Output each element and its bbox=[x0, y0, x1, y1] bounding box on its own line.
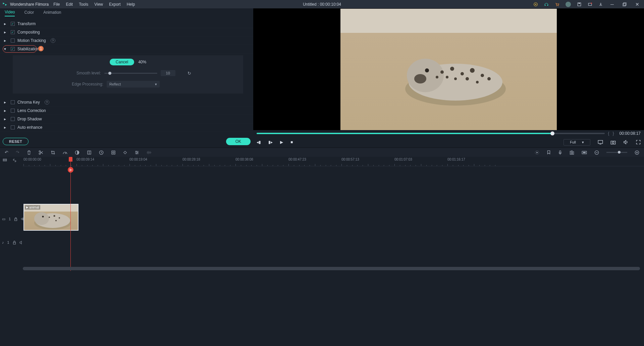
caret-right-icon: ▸ bbox=[4, 31, 7, 34]
playhead-head[interactable] bbox=[69, 157, 72, 162]
mixer-icon[interactable] bbox=[570, 150, 574, 155]
notification-icon[interactable] bbox=[588, 2, 592, 7]
property-lens-correction[interactable]: ▸ Lens Correction bbox=[0, 107, 253, 115]
next-frame-icon[interactable]: ▮▸ bbox=[268, 140, 273, 145]
lock-icon[interactable] bbox=[14, 217, 17, 221]
clock-icon[interactable] bbox=[99, 150, 104, 155]
svg-point-25 bbox=[487, 77, 491, 80]
link-icon[interactable] bbox=[12, 158, 17, 163]
undo-icon[interactable]: ↶ bbox=[5, 150, 8, 155]
property-motion-tracking[interactable]: ▸ Motion Tracking ? bbox=[0, 37, 253, 45]
checkbox-compositing[interactable]: ✓ bbox=[11, 30, 15, 34]
zoom-slider[interactable] bbox=[606, 152, 627, 153]
property-compositing[interactable]: ▸ ✓ Compositing bbox=[0, 28, 253, 37]
playhead[interactable] bbox=[70, 157, 71, 271]
mark-out-icon[interactable]: } bbox=[613, 131, 614, 136]
speaker-icon[interactable] bbox=[19, 241, 23, 244]
property-label: Stabilization bbox=[17, 47, 39, 51]
checkbox-drop-shadow[interactable] bbox=[11, 117, 15, 121]
menu-file[interactable]: File bbox=[53, 2, 60, 7]
headphones-icon[interactable] bbox=[544, 2, 549, 7]
scrollbar-thumb[interactable] bbox=[23, 267, 640, 270]
zoom-thumb[interactable] bbox=[618, 151, 621, 154]
green-screen-icon[interactable] bbox=[87, 150, 92, 155]
detect-icon[interactable] bbox=[111, 150, 116, 155]
menu-view[interactable]: View bbox=[94, 2, 103, 7]
zoom-out-icon[interactable] bbox=[594, 150, 599, 155]
lock-icon[interactable] bbox=[13, 241, 16, 244]
property-drop-shadow[interactable]: ▸ Drop Shadow bbox=[0, 115, 253, 123]
tab-animation[interactable]: Animation bbox=[43, 10, 61, 16]
marker-icon[interactable] bbox=[547, 150, 551, 155]
slider-thumb[interactable] bbox=[108, 72, 111, 75]
smooth-level-slider[interactable] bbox=[104, 73, 157, 74]
playhead-scissors-icon[interactable] bbox=[68, 167, 73, 173]
fullscreen-icon[interactable] bbox=[636, 140, 641, 145]
timeline-ruler[interactable]: 00:00:00:0000:00:09:1400:00:19:0400:00:2… bbox=[23, 157, 644, 166]
fit-icon[interactable] bbox=[582, 151, 587, 155]
quality-select[interactable]: Full▾ bbox=[564, 139, 590, 146]
prev-frame-icon[interactable]: ◂▮ bbox=[257, 140, 261, 145]
mark-in-icon[interactable]: { bbox=[608, 131, 609, 136]
user-avatar[interactable] bbox=[566, 2, 571, 7]
monitor-icon[interactable] bbox=[598, 140, 603, 145]
save-icon[interactable] bbox=[577, 2, 582, 7]
caret-right-icon: ▸ bbox=[4, 109, 7, 112]
minimize-button[interactable]: ─ bbox=[609, 2, 615, 7]
seal-illustration bbox=[388, 45, 509, 106]
preview-controls: { } 00:00:08:17 ◂▮ ▮▸ ▶ ■ Full▾ bbox=[253, 130, 644, 148]
edge-processing-select[interactable]: Reflect ▾ bbox=[107, 81, 160, 88]
seek-bar[interactable] bbox=[257, 133, 605, 134]
ok-button[interactable]: OK bbox=[226, 138, 251, 145]
delete-icon[interactable] bbox=[27, 150, 31, 155]
cart-icon[interactable] bbox=[555, 2, 559, 7]
cancel-button[interactable]: Cancel bbox=[110, 59, 134, 65]
checkbox-lens-correction[interactable] bbox=[11, 109, 15, 113]
menu-edit[interactable]: Edit bbox=[66, 2, 73, 7]
document-title: Untitled : 00:00:10:04 bbox=[303, 2, 341, 7]
tab-video[interactable]: Video bbox=[5, 10, 15, 16]
property-stabilization[interactable]: ▾ ✓ Stabilization 1 bbox=[0, 45, 253, 53]
menu-tools[interactable]: Tools bbox=[79, 2, 88, 7]
checkbox-auto-enhance[interactable] bbox=[11, 125, 15, 129]
adjust-icon[interactable] bbox=[135, 150, 139, 155]
crop-icon[interactable] bbox=[51, 150, 55, 155]
speed-icon[interactable] bbox=[63, 150, 67, 155]
checkbox-motion-tracking[interactable] bbox=[11, 39, 15, 43]
menu-help[interactable]: Help bbox=[127, 2, 135, 7]
horizontal-scrollbar[interactable] bbox=[23, 267, 640, 270]
play-icon[interactable]: ▶ bbox=[280, 140, 283, 145]
split-icon[interactable] bbox=[39, 150, 43, 155]
property-auto-enhance[interactable]: ▸ Auto enhance bbox=[0, 123, 253, 132]
property-transform[interactable]: ▸ ✓ Transform bbox=[0, 20, 253, 28]
manage-tracks-icon[interactable] bbox=[3, 158, 7, 163]
refresh-icon[interactable]: ↻ bbox=[187, 71, 191, 76]
maximize-button[interactable] bbox=[621, 2, 628, 6]
redo-icon[interactable]: ↷ bbox=[16, 150, 19, 155]
clip-label: ▶ animal bbox=[25, 205, 40, 210]
snapshot-icon[interactable] bbox=[610, 140, 616, 145]
stop-icon[interactable]: ■ bbox=[290, 140, 293, 145]
keyframe-icon[interactable] bbox=[123, 151, 127, 155]
checkbox-stabilization[interactable]: ✓ bbox=[11, 47, 15, 51]
help-icon[interactable]: ? bbox=[51, 38, 55, 43]
smooth-level-value[interactable]: 10 bbox=[161, 70, 175, 76]
download-icon[interactable] bbox=[598, 2, 603, 7]
upgrade-icon[interactable] bbox=[533, 2, 538, 7]
tab-color[interactable]: Color bbox=[24, 10, 34, 16]
voiceover-icon[interactable] bbox=[558, 150, 562, 155]
checkbox-chroma-key[interactable] bbox=[11, 100, 15, 104]
zoom-in-icon[interactable] bbox=[635, 150, 639, 155]
close-button[interactable]: ✕ bbox=[634, 2, 641, 7]
seek-thumb[interactable] bbox=[550, 131, 554, 135]
color-icon[interactable] bbox=[75, 150, 79, 155]
property-chroma-key[interactable]: ▸ Chroma Key ? bbox=[0, 98, 253, 107]
svg-point-71 bbox=[34, 212, 49, 225]
reset-button[interactable]: RESET bbox=[3, 138, 29, 145]
menu-export[interactable]: Export bbox=[109, 2, 121, 7]
help-icon[interactable]: ? bbox=[45, 100, 49, 105]
audio-wave-icon[interactable] bbox=[147, 150, 152, 155]
render-icon[interactable] bbox=[535, 150, 539, 155]
checkbox-transform[interactable]: ✓ bbox=[11, 22, 15, 26]
volume-icon[interactable] bbox=[623, 140, 629, 145]
